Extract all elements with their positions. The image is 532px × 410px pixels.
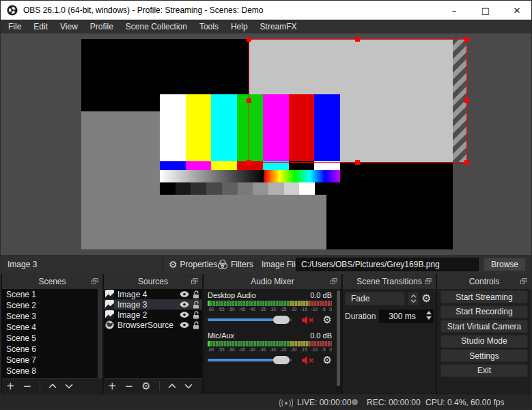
popout-icon[interactable] — [331, 278, 337, 284]
scenes-scrollbar-thumb[interactable] — [98, 346, 102, 377]
scene-transitions-title: Scene Transitions — [356, 277, 421, 286]
mute-speaker-icon[interactable] — [302, 316, 314, 325]
selection-handle-bottom-right[interactable] — [464, 160, 469, 165]
control-button[interactable]: Exit — [440, 364, 528, 377]
scene-list-item[interactable]: Scene 5 — [2, 333, 102, 344]
mixer-channel-mic-aux: Mic/Aux 0.0 dB -60-55-50-45-40-35-30-25-… — [208, 331, 332, 366]
browse-button[interactable]: Browse — [484, 258, 526, 271]
unlock-icon[interactable] — [193, 290, 199, 299]
volume-slider[interactable] — [208, 318, 292, 321]
source-selection-box[interactable] — [249, 39, 467, 163]
db-tick-label: -5 — [322, 347, 326, 352]
selection-handle-top-left[interactable] — [247, 37, 251, 42]
color-bars-gradients — [160, 170, 340, 182]
source-row-image4[interactable]: Image 4 — [104, 289, 202, 299]
source-row-browsersource[interactable]: BrowserSource — [104, 320, 202, 330]
channel-settings-gear-icon[interactable]: ⚙ — [323, 315, 332, 325]
control-button[interactable]: Studio Mode — [440, 335, 528, 348]
volume-meter — [208, 301, 332, 306]
scene-list-item[interactable]: Scene 1 — [2, 289, 102, 300]
menu-item[interactable]: Scene Collection — [120, 20, 193, 33]
audio-mixer-body: Desktop Audio 0.0 dB -60-55-50-45-40-35-… — [204, 289, 341, 394]
spin-down-icon[interactable] — [426, 316, 432, 320]
visibility-eye-icon[interactable] — [180, 291, 189, 297]
menu-item[interactable]: Tools — [193, 20, 225, 33]
control-button[interactable]: Start Recording — [440, 305, 528, 318]
scene-list-item[interactable]: Scene 6 — [2, 344, 102, 355]
popout-icon[interactable] — [425, 278, 432, 284]
menu-item[interactable]: Edit — [27, 20, 54, 33]
transition-settings-gear-icon[interactable]: ⚙ — [421, 293, 431, 304]
add-scene-button[interactable]: + — [6, 381, 15, 392]
selection-handle-top-right[interactable] — [464, 37, 469, 42]
db-tick-label: -40 — [249, 307, 255, 312]
source-properties-gear-button[interactable]: ⚙ — [141, 381, 150, 392]
filters-button[interactable]: Filters — [217, 258, 253, 271]
source-row-image3[interactable]: Image 3 — [104, 299, 202, 310]
window-title: OBS 26.1.0 (64-bit, windows) - Profile: … — [23, 5, 263, 15]
minimize-button[interactable]: – — [438, 1, 470, 20]
channel-settings-gear-icon[interactable]: ⚙ — [323, 355, 332, 366]
slider-knob[interactable] — [273, 316, 290, 324]
move-scene-down-button[interactable] — [65, 383, 73, 389]
transition-select-arrows[interactable] — [408, 292, 419, 305]
move-source-up-button[interactable] — [168, 383, 176, 389]
control-button[interactable]: Settings — [440, 349, 528, 362]
menu-item[interactable]: Help — [225, 20, 254, 33]
sources-title: Sources — [138, 277, 168, 286]
selection-handle-top-mid[interactable] — [355, 37, 360, 42]
image-file-label: Image File — [262, 260, 300, 269]
audio-mixer-title: Audio Mixer — [251, 277, 294, 286]
controls-dock: Controls Start StreamingStart RecordingS… — [437, 274, 531, 394]
image-file-input[interactable]: C:/Users/OBS/Pictures/Grey169B.png — [296, 258, 479, 271]
source-row-image2[interactable]: Image 2 — [104, 310, 202, 320]
remove-scene-button[interactable]: − — [23, 381, 32, 392]
visibility-eye-icon[interactable] — [180, 312, 189, 318]
visibility-eye-icon[interactable] — [180, 322, 189, 328]
controls-body: Start StreamingStart RecordingStart Virt… — [437, 289, 531, 394]
scene-list-item[interactable]: Scene 3 — [2, 311, 102, 322]
unlock-icon[interactable] — [193, 321, 199, 329]
spin-up-icon[interactable] — [426, 311, 432, 314]
selection-handle-mid-right[interactable] — [464, 98, 469, 103]
visibility-eye-icon[interactable] — [180, 301, 189, 308]
scene-list-item[interactable]: Scene 7 — [2, 355, 102, 366]
mixer-scrollbar-thumb[interactable] — [337, 290, 340, 386]
menu-item[interactable]: StreamFX — [254, 20, 303, 33]
unlock-icon[interactable] — [193, 311, 199, 319]
scene-list-item[interactable]: Scene 4 — [2, 322, 102, 333]
mixer-scrollbar[interactable] — [336, 290, 341, 392]
move-source-down-button[interactable] — [184, 383, 193, 389]
popout-icon[interactable] — [92, 278, 98, 284]
transition-select[interactable]: Fade — [345, 292, 405, 305]
duration-spinbox[interactable]: 300 ms — [379, 310, 434, 323]
volume-slider[interactable] — [208, 359, 292, 361]
menu-item[interactable]: View — [54, 20, 84, 33]
close-button[interactable]: ✕ — [501, 1, 532, 20]
scene-list-item[interactable]: Scene 8 — [2, 366, 102, 377]
control-button[interactable]: Start Virtual Camera — [440, 320, 528, 333]
black-segment — [315, 182, 340, 195]
slider-knob[interactable] — [273, 356, 290, 364]
popout-icon[interactable] — [520, 278, 527, 284]
maximize-button[interactable]: □ — [470, 1, 501, 20]
control-button[interactable]: Start Streaming — [440, 290, 528, 303]
menu-item[interactable]: Profile — [84, 20, 120, 33]
unlock-icon[interactable] — [193, 301, 199, 309]
selection-handle-bottom-mid[interactable] — [355, 160, 360, 165]
move-scene-up-button[interactable] — [48, 383, 57, 389]
selection-handle-mid-left[interactable] — [247, 98, 251, 103]
audio-mixer-dock: Audio Mixer Desktop Audio 0.0 dB -60-55-… — [204, 274, 341, 394]
popout-icon[interactable] — [191, 278, 198, 284]
menu-item[interactable]: File — [2, 20, 27, 33]
mute-speaker-icon[interactable] — [302, 356, 314, 365]
scenes-dock-header: Scenes — [2, 274, 102, 289]
db-tick-label: -60 — [208, 347, 214, 352]
scene-list-item[interactable]: Scene 2 — [2, 300, 102, 311]
remove-source-button[interactable]: − — [125, 381, 134, 392]
cpu-fps-stats: CPU: 0.4%, 60.00 fps — [425, 398, 504, 407]
add-source-button[interactable]: + — [108, 381, 117, 392]
selection-handle-bottom-left[interactable] — [247, 160, 251, 165]
scenes-scrollbar[interactable] — [98, 289, 102, 378]
properties-button[interactable]: ⚙ Properties — [169, 258, 217, 271]
